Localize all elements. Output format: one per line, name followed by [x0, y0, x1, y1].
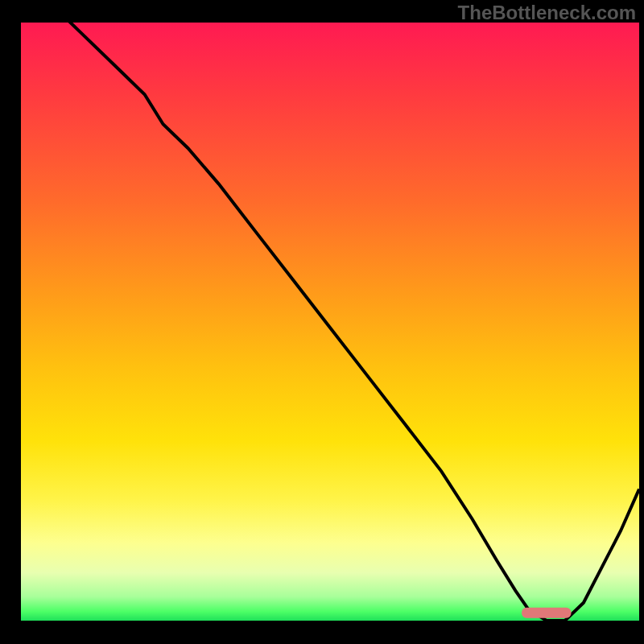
chart-container: TheBottleneck.com — [0, 0, 644, 644]
bottleneck-curve-path — [21, 23, 639, 621]
curve-svg — [21, 23, 639, 621]
frame-border-bottom — [0, 621, 644, 644]
watermark-text: TheBottleneck.com — [458, 2, 636, 24]
optimal-zone-marker — [522, 608, 571, 618]
frame-border-right — [639, 0, 644, 644]
plot-area — [21, 23, 639, 621]
frame-border-left — [0, 0, 21, 644]
chart-frame — [0, 0, 644, 644]
